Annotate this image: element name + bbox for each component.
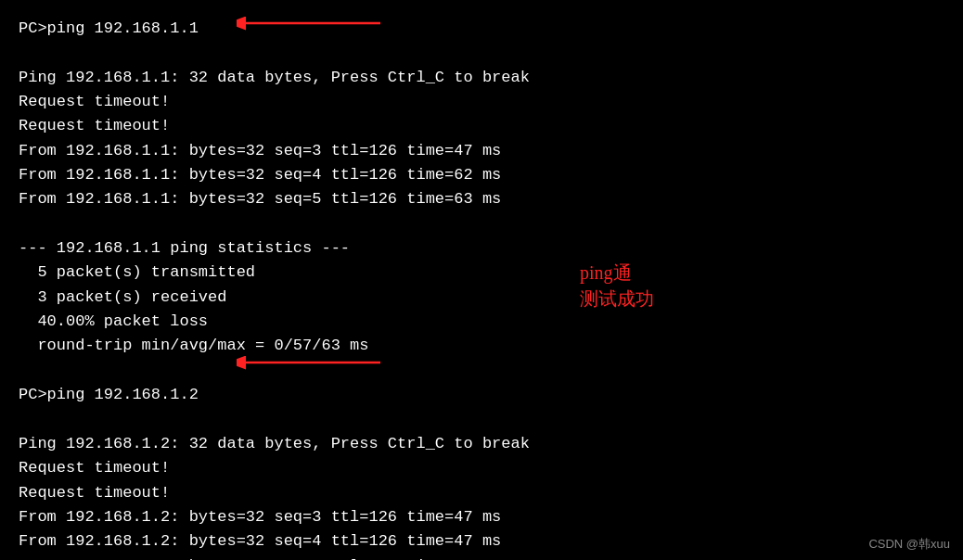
terminal-window: PC>ping 192.168.1.1 Ping 192.168.1.1: 32… — [0, 0, 963, 560]
terminal-line-timeout1-1: Request timeout! — [19, 90, 944, 114]
terminal-line-from1-2: From 192.168.1.1: bytes=32 seq=4 ttl=126… — [19, 163, 944, 187]
terminal-line-from1-1: From 192.168.1.1: bytes=32 seq=3 ttl=126… — [19, 139, 944, 163]
terminal-line-blank3 — [19, 359, 944, 383]
terminal-line-from2-2: From 192.168.1.2: bytes=32 seq=4 ttl=126… — [19, 529, 944, 554]
terminal-line-timeout1-2: Request timeout! — [19, 114, 944, 138]
terminal-line-ping1-info: Ping 192.168.1.1: 32 data bytes, Press C… — [19, 66, 944, 90]
terminal-line-timeout2-2: Request timeout! — [19, 481, 944, 505]
terminal-line-from2-1: From 192.168.1.2: bytes=32 seq=3 ttl=126… — [19, 505, 944, 529]
terminal-line-stat-header: --- 192.168.1.1 ping statistics --- — [19, 236, 944, 261]
terminal-line-cmd1: PC>ping 192.168.1.1 — [19, 17, 944, 41]
terminal-line-ping2-info: Ping 192.168.1.2: 32 data bytes, Press C… — [19, 432, 944, 456]
terminal-line-timeout2-1: Request timeout! — [19, 456, 944, 480]
watermark: CSDN @韩xuu — [868, 536, 950, 553]
terminal-line-stat2: 3 packet(s) received — [19, 286, 944, 310]
terminal-line-blank2 — [19, 212, 944, 236]
arrow-ping1 — [237, 9, 385, 37]
terminal-line-blank1 — [19, 41, 944, 65]
terminal-line-from1-3: From 192.168.1.1: bytes=32 seq=5 ttl=126… — [19, 187, 944, 211]
terminal-line-cmd2: PC>ping 192.168.1.2 — [19, 383, 944, 407]
terminal-line-blank4 — [19, 408, 944, 432]
terminal-line-from2-3: From 192.168.1.2: bytes=32 seq=5 ttl=126… — [19, 554, 944, 560]
annotation-ping-success: ping通 测试成功 — [580, 260, 654, 312]
terminal-line-stat1: 5 packet(s) transmitted — [19, 261, 944, 285]
terminal-line-stat3: 40.00% packet loss — [19, 310, 944, 334]
arrow-ping2 — [237, 349, 385, 376]
terminal-line-stat4: round-trip min/avg/max = 0/57/63 ms — [19, 334, 944, 358]
